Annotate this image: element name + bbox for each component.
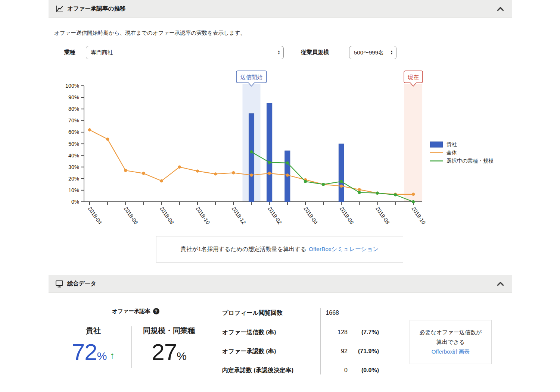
svg-text:30%: 30% (68, 164, 79, 170)
collapse-chevron-icon[interactable] (496, 6, 505, 12)
stat-value: 1668 (316, 310, 364, 316)
trend-up-icon: ↑ (110, 350, 115, 361)
svg-text:70%: 70% (68, 117, 79, 123)
approval-rate-chart: 0%10%20%30%40%50%60%70%80%90%100%2018-04… (52, 69, 515, 239)
svg-text:50%: 50% (68, 141, 79, 147)
plan-box-text: 必要なオファー送信数が (420, 327, 482, 337)
company-rate-number: 72 (72, 339, 97, 365)
svg-text:90%: 90% (68, 94, 79, 100)
stat-label: オファー承認数 (率) (222, 348, 322, 355)
svg-text:2019-02: 2019-02 (267, 206, 283, 226)
company-label: 貴社 (63, 326, 123, 336)
approval-rate-heading: オファー承認率 ? (112, 308, 159, 315)
dashboard-page: オファー承認率の推移 オファー送信開始時期から、現在までのオファー承認率の実数を… (0, 0, 560, 392)
stat-row-offers-approved: オファー承認数 (率) 92 (71.9%) (222, 348, 379, 355)
svg-text:貴社: 貴社 (447, 141, 457, 147)
simulation-link[interactable]: OfferBoxシミュレーション (309, 245, 379, 253)
stat-rate: (7.7%) (348, 329, 379, 336)
line-chart-icon (55, 5, 63, 13)
svg-text:0%: 0% (71, 199, 79, 205)
svg-text:2018-10: 2018-10 (195, 206, 211, 226)
panel-title: オファー承認率の推移 (67, 5, 125, 13)
highlight-band (404, 84, 422, 202)
svg-text:80%: 80% (68, 106, 79, 112)
svg-text:選択中の業種・規模: 選択中の業種・規模 (447, 158, 494, 164)
plan-box: 必要なオファー送信数が 算出できる Offerbox計画表 (410, 320, 492, 364)
company-rate-value: 72 % ↑ (63, 339, 123, 365)
help-icon[interactable]: ? (153, 308, 159, 314)
industry-select[interactable]: 専門商社 ▲▼ (86, 46, 284, 59)
employee-scale-select-value: 500〜999名 (354, 49, 384, 56)
collapse-chevron-icon[interactable] (496, 280, 505, 287)
select-arrows-icon: ▲▼ (390, 50, 393, 55)
stat-value: 0 (322, 367, 348, 374)
chart-description: オファー送信開始時期から、現在までのオファー承認率の実数を表示します。 (54, 29, 246, 37)
stat-label: オファー送信数 (率) (222, 329, 322, 336)
industry-select-value: 専門商社 (91, 49, 113, 56)
stat-rate: (0.0%) (348, 367, 379, 374)
svg-text:2018-04: 2018-04 (87, 206, 103, 226)
svg-text:2019-10: 2019-10 (411, 206, 427, 226)
approval-rate-heading-text: オファー承認率 (112, 308, 150, 315)
employee-scale-label: 従業員規模 (301, 49, 329, 56)
plan-box-text: 算出できる (436, 337, 465, 347)
stat-label: 内定承諾数 (承認後決定率) (222, 367, 322, 374)
svg-text:2019-04: 2019-04 (303, 206, 319, 226)
company-rate-block: 貴社 72 % ↑ (63, 326, 123, 365)
stat-value: 128 (322, 329, 348, 336)
company-rate-unit: % (97, 350, 107, 363)
svg-text:100%: 100% (65, 83, 79, 89)
peer-rate-number: 27 (152, 339, 177, 365)
monitor-icon (55, 280, 63, 288)
svg-text:10%: 10% (68, 187, 79, 193)
svg-text:2018-12: 2018-12 (231, 206, 247, 226)
panel-title: 総合データ (67, 280, 96, 288)
stat-row-offers-accepted: 内定承諾数 (承認後決定率) 0 (0.0%) (222, 367, 379, 374)
plan-sheet-link[interactable]: Offerbox計画表 (432, 347, 470, 357)
svg-text:2018-08: 2018-08 (159, 206, 175, 226)
svg-text:2019-08: 2019-08 (374, 206, 391, 226)
svg-text:2019-06: 2019-06 (339, 206, 355, 226)
summary-panel: 総合データ オファー承認率 ? 貴社 72 % ↑ 同規模・同業種 27 (49, 275, 512, 392)
svg-text:全体: 全体 (447, 150, 457, 156)
svg-text:60%: 60% (68, 129, 79, 135)
employee-scale-select[interactable]: 500〜999名 ▲▼ (349, 46, 396, 59)
line-series (250, 150, 415, 203)
svg-text:40%: 40% (68, 153, 79, 159)
select-arrows-icon: ▲▼ (277, 50, 280, 55)
svg-text:送信開始: 送信開始 (240, 74, 263, 80)
vertical-divider (320, 308, 321, 374)
industry-label: 業種 (64, 49, 75, 56)
simulation-text: 貴社が1名採用するための想定活動量を算出する (181, 245, 307, 253)
vertical-divider (131, 326, 132, 368)
peer-label: 同規模・同業種 (139, 326, 199, 336)
stat-row-offers-sent: オファー送信数 (率) 128 (7.7%) (222, 329, 379, 336)
stat-value: 92 (322, 348, 348, 355)
stat-rate: (71.9%) (348, 348, 379, 355)
peer-rate-value: 27 % (139, 339, 199, 365)
approval-trend-header: オファー承認率の推移 (49, 0, 512, 18)
peer-rate-block: 同規模・同業種 27 % (139, 326, 199, 365)
simulation-banner: 貴社が1名採用するための想定活動量を算出する OfferBoxシミュレーション (156, 236, 403, 263)
svg-text:現在: 現在 (407, 74, 419, 80)
summary-header: 総合データ (49, 275, 512, 293)
peer-rate-unit: % (177, 350, 187, 363)
svg-text:2018-06: 2018-06 (123, 206, 139, 226)
approval-trend-panel: オファー承認率の推移 オファー送信開始時期から、現在までのオファー承認率の実数を… (49, 0, 512, 269)
svg-text:20%: 20% (68, 176, 79, 182)
stat-label: プロフィール閲覧回数 (222, 309, 316, 317)
stat-row-profile-views: プロフィール閲覧回数 1668 (222, 309, 379, 317)
bar-series (249, 103, 344, 202)
